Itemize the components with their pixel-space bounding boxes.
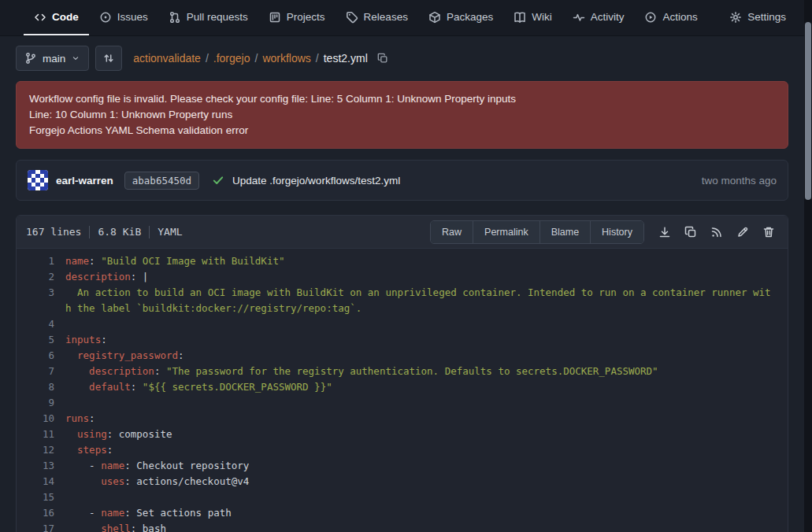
code-token: :: [101, 334, 107, 345]
line-number[interactable]: 12: [17, 442, 65, 458]
line-content: runs:: [65, 411, 788, 427]
edit-button[interactable]: [736, 226, 749, 238]
commit-hash-badge[interactable]: abab65450d: [124, 172, 199, 190]
tab-projects[interactable]: Projects: [258, 0, 336, 35]
branch-selector[interactable]: main: [16, 46, 89, 71]
file-view: 167 lines 6.8 KiB YAML RawPermalinkBlame…: [16, 215, 788, 532]
tab-activity[interactable]: Activity: [562, 0, 635, 35]
code-line: 13 - name: Checkout repository: [17, 458, 788, 474]
code-token: :: [89, 255, 101, 267]
tab-label: Issues: [117, 11, 148, 23]
download-button[interactable]: [658, 226, 671, 238]
compare-button[interactable]: [95, 46, 122, 71]
code-token: [65, 523, 101, 532]
code-token: runs: [65, 412, 89, 424]
code-token: "Build OCI Image with BuildKit": [101, 255, 284, 267]
code-token: name: [101, 460, 124, 471]
line-number[interactable]: 2: [17, 269, 65, 285]
line-content: uses: actions/checkout@v4: [65, 474, 788, 490]
line-number[interactable]: 3: [17, 285, 65, 316]
breadcrumb-segment--forgejo[interactable]: .forgejo: [213, 52, 250, 65]
line-content: [65, 316, 788, 332]
commit-message-link[interactable]: Update .forgejo/workflows/test2.yml: [232, 175, 400, 187]
breadcrumb-segment-workflows[interactable]: workflows: [262, 52, 310, 65]
blame-button[interactable]: Blame: [539, 221, 590, 243]
code-token: uses: [101, 475, 124, 487]
raw-button[interactable]: Raw: [431, 221, 473, 243]
pulse-icon: [573, 11, 585, 24]
tag-icon: [346, 11, 358, 24]
file-size: 6.8 KiB: [98, 226, 141, 238]
play-circle-icon: [644, 11, 657, 24]
copy-path-icon[interactable]: [377, 53, 388, 64]
code-token: -: [65, 507, 101, 519]
tab-releases[interactable]: Releases: [336, 0, 418, 35]
code-token: An action to build an OCI image with Bui…: [65, 286, 771, 314]
line-number[interactable]: 8: [17, 379, 65, 395]
line-number[interactable]: 9: [17, 395, 65, 411]
page-scrollbar: [804, 0, 812, 532]
line-number[interactable]: 11: [17, 427, 65, 442]
tab-actions[interactable]: Actions: [634, 0, 707, 35]
tab-label: Activity: [591, 11, 625, 23]
line-number[interactable]: 16: [17, 505, 65, 521]
error-line: Workflow config file is invalid. Please …: [29, 91, 775, 107]
tab-label: Projects: [287, 11, 325, 23]
code-line: 16 - name: Set actions path: [17, 505, 788, 521]
permalink-button[interactable]: Permalink: [473, 221, 539, 243]
rss-button[interactable]: [710, 226, 723, 238]
tab-label: Actions: [662, 11, 697, 23]
scrollbar-thumb[interactable]: [805, 22, 811, 200]
file-view-buttons: RawPermalinkBlameHistory: [430, 220, 644, 244]
line-number[interactable]: 13: [17, 458, 65, 474]
code-line: 11 using: composite: [17, 427, 788, 442]
code-token: : Checkout repository: [124, 460, 249, 471]
line-number[interactable]: 17: [17, 521, 65, 532]
line-content: [65, 395, 788, 411]
code-token: registry_password: [77, 349, 178, 361]
code-line: 12 steps:: [17, 442, 788, 458]
code-line: 1name: "Build OCI Image with BuildKit": [17, 253, 788, 269]
tab-packages[interactable]: Packages: [418, 0, 503, 35]
pull-request-icon: [169, 11, 181, 24]
history-button[interactable]: History: [590, 221, 643, 243]
tab-pull-requests[interactable]: Pull requests: [158, 0, 258, 35]
avatar[interactable]: [28, 170, 48, 190]
code-line: 9: [17, 395, 788, 411]
repo-tabs: CodeIssuesPull requestsProjectsReleasesP…: [0, 0, 804, 36]
tab-settings[interactable]: Settings: [719, 0, 796, 35]
code-token: :: [178, 349, 184, 361]
code-token: default: [89, 381, 131, 393]
copy-button[interactable]: [684, 226, 697, 238]
commit-author-link[interactable]: earl-warren: [56, 175, 113, 187]
line-content: default: "${{ secrets.DOCKER_PASSWORD }}…: [65, 379, 788, 395]
line-number[interactable]: 4: [17, 316, 65, 332]
file-action-icons: [658, 226, 775, 238]
line-content: description: "The password for the regis…: [65, 364, 788, 379]
line-number[interactable]: 7: [17, 364, 65, 379]
tab-issues[interactable]: Issues: [89, 0, 158, 35]
code-token: shell: [101, 523, 131, 532]
commit-time: two months ago: [702, 175, 777, 187]
line-number[interactable]: 1: [17, 253, 65, 269]
line-content: [65, 490, 788, 505]
line-number[interactable]: 14: [17, 474, 65, 490]
breadcrumb-segment-actionvalidate[interactable]: actionvalidate: [133, 52, 201, 65]
code-line: 6 registry_password:: [17, 348, 788, 364]
line-number[interactable]: 6: [17, 348, 65, 364]
code-token: : composite: [107, 428, 172, 440]
code-token: [65, 365, 89, 377]
line-number[interactable]: 5: [17, 332, 65, 348]
code-line: 15: [17, 490, 788, 505]
line-number[interactable]: 10: [17, 411, 65, 427]
code-token: :: [89, 412, 95, 424]
delete-button[interactable]: [762, 226, 775, 238]
file-meta: 167 lines 6.8 KiB YAML: [26, 226, 183, 238]
file-header: 167 lines 6.8 KiB YAML RawPermalinkBlame…: [17, 216, 788, 249]
tab-code[interactable]: Code: [24, 0, 89, 35]
breadcrumb-separator: /: [316, 52, 319, 65]
code-token: description: [65, 271, 131, 283]
repo-content: main actionvalidate/.forgejo/workflows/t…: [0, 45, 804, 532]
line-number[interactable]: 15: [17, 490, 65, 505]
tab-wiki[interactable]: Wiki: [503, 0, 562, 35]
